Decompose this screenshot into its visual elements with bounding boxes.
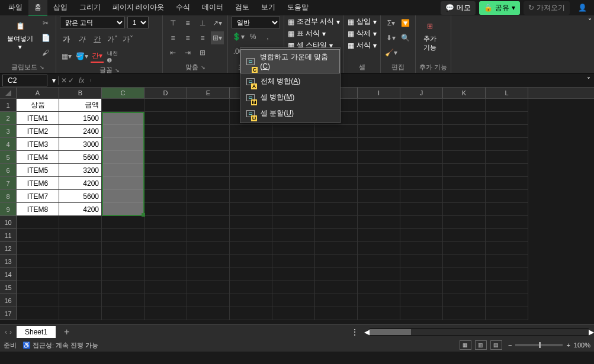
row-header-8[interactable]: 8 [0, 190, 17, 203]
cell-K8[interactable] [443, 190, 486, 203]
cell-E6[interactable] [187, 164, 230, 177]
cell-A9[interactable]: ITEM8 [17, 203, 59, 216]
zoom-slider[interactable] [515, 344, 563, 346]
cell-H17[interactable] [315, 307, 358, 320]
cell-L1[interactable] [486, 99, 528, 112]
copy-button[interactable]: 📄 [39, 31, 52, 44]
cell-E12[interactable] [187, 242, 230, 255]
account-icon[interactable]: 👤 [573, 2, 592, 14]
cell-J2[interactable] [400, 112, 443, 125]
cell-C8[interactable] [102, 190, 145, 203]
cell-J5[interactable] [400, 151, 443, 164]
cell-K11[interactable] [443, 229, 486, 242]
menu-도움말[interactable]: 도움말 [281, 0, 314, 16]
wrap-text-button[interactable]: ⊞▾ [211, 31, 224, 44]
cell-G5[interactable] [272, 151, 315, 164]
cell-L13[interactable] [486, 255, 528, 268]
cell-F6[interactable] [230, 164, 272, 177]
cell-K3[interactable] [443, 125, 486, 138]
row-header-15[interactable]: 15 [0, 281, 17, 294]
cell-A16[interactable] [17, 294, 59, 307]
col-header-D[interactable]: D [145, 88, 187, 98]
cell-F4[interactable] [230, 138, 272, 151]
increase-font-button[interactable]: 가˄ [106, 33, 119, 46]
row-header-5[interactable]: 5 [0, 151, 17, 164]
cell-F9[interactable] [230, 203, 272, 216]
cell-K17[interactable] [443, 307, 486, 320]
increase-indent-button[interactable]: ⇥ [181, 46, 194, 59]
cell-G9[interactable] [272, 203, 315, 216]
cell-B3[interactable]: 2400 [59, 125, 102, 138]
hscroll-left[interactable]: ◀ [364, 328, 370, 336]
cell-C9[interactable] [102, 203, 145, 216]
cell-L6[interactable] [486, 164, 528, 177]
cell-G7[interactable] [272, 177, 315, 190]
cell-G13[interactable] [272, 255, 315, 268]
row-header-3[interactable]: 3 [0, 125, 17, 138]
cell-L4[interactable] [486, 138, 528, 151]
cell-J13[interactable] [400, 255, 443, 268]
italic-button[interactable]: 가 [75, 33, 88, 46]
cell-C4[interactable] [102, 138, 145, 151]
merge-option-U[interactable]: 셀 분할(U)U [240, 105, 340, 121]
cell-J15[interactable] [400, 281, 443, 294]
cell-G14[interactable] [272, 268, 315, 281]
cell-K5[interactable] [443, 151, 486, 164]
cell-F11[interactable] [230, 229, 272, 242]
cell-D7[interactable] [145, 177, 187, 190]
sort-filter-button[interactable]: 🔽 [399, 17, 412, 30]
bold-button[interactable]: 가 [60, 33, 73, 46]
cell-D13[interactable] [145, 255, 187, 268]
cell-E3[interactable] [187, 125, 230, 138]
cell-C13[interactable] [102, 255, 145, 268]
row-header-13[interactable]: 13 [0, 255, 17, 268]
cell-B5[interactable]: 5600 [59, 151, 102, 164]
cell-B12[interactable] [59, 242, 102, 255]
col-header-C[interactable]: C [102, 88, 145, 98]
cell-F3[interactable] [230, 125, 272, 138]
expand-icon[interactable]: ↘ [201, 65, 206, 70]
find-button[interactable]: 🔍 [399, 31, 412, 44]
page-layout-view-button[interactable]: ▥ [475, 340, 487, 350]
cell-L9[interactable] [486, 203, 528, 216]
cell-K4[interactable] [443, 138, 486, 151]
cell-D15[interactable] [145, 281, 187, 294]
cell-K14[interactable] [443, 268, 486, 281]
collapse-ribbon-button[interactable]: ˅ [588, 18, 592, 26]
cell-G17[interactable] [272, 307, 315, 320]
cancel-formula-button[interactable]: ✕ [61, 76, 67, 85]
cell-A5[interactable]: ITEM4 [17, 151, 59, 164]
fx-button[interactable]: fx [75, 76, 88, 85]
cell-K12[interactable] [443, 242, 486, 255]
cell-I4[interactable] [358, 138, 400, 151]
normal-view-button[interactable]: ▦ [460, 340, 471, 350]
menu-삽입[interactable]: 삽입 [47, 0, 73, 16]
cell-C7[interactable] [102, 177, 145, 190]
font-color-button[interactable]: 간▾ [91, 50, 104, 63]
cell-D3[interactable] [145, 125, 187, 138]
cell-A4[interactable]: ITEM3 [17, 138, 59, 151]
table-format-button[interactable]: ▦표 서식▾ [288, 28, 326, 38]
cell-A14[interactable] [17, 268, 59, 281]
align-top-button[interactable]: ⊤ [166, 17, 179, 30]
cell-A11[interactable] [17, 229, 59, 242]
cell-D6[interactable] [145, 164, 187, 177]
cell-I8[interactable] [358, 190, 400, 203]
cell-A10[interactable] [17, 216, 59, 229]
cell-I14[interactable] [358, 268, 400, 281]
cell-B10[interactable] [59, 216, 102, 229]
cell-E2[interactable] [187, 112, 230, 125]
cell-C15[interactable] [102, 281, 145, 294]
col-header-L[interactable]: L [486, 88, 528, 98]
expand-icon[interactable]: ↘ [115, 67, 120, 73]
cell-A8[interactable]: ITEM7 [17, 190, 59, 203]
menu-파일[interactable]: 파일 [2, 0, 28, 16]
cell-J1[interactable] [400, 99, 443, 112]
cell-L11[interactable] [486, 229, 528, 242]
menu-검토[interactable]: 검토 [229, 0, 255, 16]
cell-G15[interactable] [272, 281, 315, 294]
cell-L2[interactable] [486, 112, 528, 125]
cell-J16[interactable] [400, 294, 443, 307]
menu-홈[interactable]: 홈 [28, 0, 47, 16]
cell-I9[interactable] [358, 203, 400, 216]
